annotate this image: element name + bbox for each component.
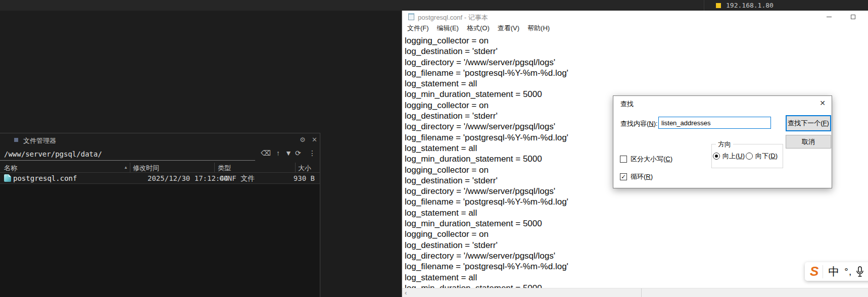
checkbox-checked-icon: ✓ (620, 173, 627, 180)
menu-item[interactable]: 文件(F) (403, 23, 433, 33)
refresh-icon[interactable]: ⟳ (295, 149, 301, 157)
remote-host-address: 192.168.1.80 (726, 2, 774, 9)
find-what-label: 查找内容(N): (620, 119, 658, 128)
column-divider (214, 163, 215, 172)
direction-down-radio[interactable]: 向下(D) (746, 152, 778, 161)
config-line: logging_collector = on (405, 36, 868, 46)
wrap-around-checkbox[interactable]: ✓ 循环(R) (620, 172, 653, 181)
ime-toolbar: S 中 °, (805, 262, 868, 281)
ime-punctuation-toggle[interactable]: °, (842, 266, 854, 277)
config-line: log_directory = '/www/server/pgsql/logs' (405, 251, 868, 262)
microphone-icon[interactable] (855, 266, 865, 278)
file-manager-header: 文件管理器 ⚙ ✕ (0, 133, 320, 147)
connection-status-icon (716, 3, 721, 8)
maximize-button[interactable] (841, 11, 864, 23)
screen: 192.168.1.80 postgresql.conf - 记事本 文件(F)… (0, 0, 868, 297)
config-line: log_min_duration_statement = 5000 (405, 219, 868, 229)
file-size: 930 B (294, 174, 315, 182)
column-name[interactable]: 名称 (4, 164, 17, 173)
menu-item[interactable]: 帮助(H) (523, 23, 554, 33)
cancel-button[interactable]: 取消 (786, 135, 831, 148)
scroll-left-icon[interactable]: ‹ (405, 289, 407, 296)
minimize-icon (827, 17, 832, 17)
direction-down-label: 向下(D) (755, 152, 778, 161)
minimize-button[interactable] (817, 11, 841, 23)
column-divider (130, 163, 130, 172)
radio-unselected-icon (746, 153, 753, 160)
notepad-titlebar[interactable]: postgresql.conf - 记事本 (402, 11, 868, 23)
wrap-around-label: 循环(R) (631, 172, 653, 181)
config-line: log_filename = 'postgresql-%Y-%m-%d.log' (405, 262, 868, 272)
gear-icon[interactable]: ⚙ (300, 136, 306, 143)
horizontal-scrollbar[interactable]: ‹ (402, 288, 868, 297)
current-path[interactable]: /www/server/pgsql/data/ (4, 150, 102, 158)
file-manager-panel: 文件管理器 ⚙ ✕ /www/server/pgsql/data/ ⌫ ↑ ▼ … (0, 133, 320, 297)
remote-host-indicator: 192.168.1.80 (716, 0, 774, 11)
close-icon[interactable]: ✕ (814, 97, 831, 109)
chevron-down-icon[interactable]: ▼ (285, 149, 292, 157)
up-directory-icon[interactable]: ↑ (276, 149, 280, 157)
ime-language-toggle[interactable]: 中 (823, 264, 842, 279)
find-input[interactable] (658, 117, 771, 129)
config-line: log_statement = all (405, 79, 868, 89)
direction-up-radio[interactable]: 向上(U) (713, 152, 745, 161)
radio-selected-icon (713, 153, 720, 160)
table-row[interactable]: postgresql.conf 2025/12/30 17:12:44 CONF… (0, 173, 320, 184)
config-line: log_filename = 'postgresql-%Y-%m-%d.log' (405, 68, 868, 79)
path-underline (0, 160, 255, 161)
config-line: log_destination = 'stderr' (405, 46, 868, 57)
menu-item[interactable]: 查看(V) (494, 23, 523, 33)
conf-file-icon (4, 174, 11, 182)
config-line: logging_collector = on (405, 229, 868, 240)
find-next-button[interactable]: 查找下一个(F) (786, 115, 831, 131)
checkbox-unchecked-icon (620, 156, 627, 163)
panel-bullet-icon (14, 138, 18, 142)
config-line: log_filename = 'postgresql-%Y-%m-%d.log' (405, 197, 868, 208)
close-icon[interactable]: ✕ (312, 136, 317, 143)
clear-path-icon[interactable]: ⌫ (261, 149, 271, 157)
file-type: CONF 文件 (219, 174, 255, 183)
file-table-header: 名称 ▲ 修改时间 类型 大小 (0, 162, 320, 173)
panel-title: 文件管理器 (23, 136, 56, 145)
column-mtime[interactable]: 修改时间 (133, 164, 159, 173)
find-dialog-title[interactable]: 查找 (620, 100, 634, 109)
more-options-icon[interactable]: ⋮ (309, 149, 316, 157)
column-divider (295, 163, 296, 172)
topbar-divider (704, 0, 704, 11)
match-case-checkbox[interactable]: 区分大小写(C) (620, 155, 672, 164)
remote-status-bar: 192.168.1.80 (0, 0, 868, 11)
config-line: log_directory = '/www/server/pgsql/logs' (405, 58, 868, 68)
notepad-window-title: postgresql.conf - 记事本 (418, 13, 488, 22)
scrollbar-divider (641, 288, 642, 297)
maximize-icon (851, 15, 855, 19)
config-line: log_min_duration_statement = 5000 (405, 283, 868, 288)
file-name[interactable]: postgresql.conf (13, 174, 77, 182)
notepad-app-icon (408, 13, 414, 20)
path-bar: /www/server/pgsql/data/ ⌫ ↑ ▼ ⟳ ⋮ (0, 148, 320, 161)
sogou-logo-icon[interactable]: S (805, 264, 823, 279)
file-list-empty-area (0, 184, 320, 297)
direction-label: 方向 (716, 140, 733, 149)
direction-up-label: 向上(U) (722, 152, 745, 161)
find-dialog: 查找 ✕ 查找内容(N): 查找下一个(F) 取消 方向 向上(U) 向下(D)… (613, 95, 832, 188)
notepad-menubar: 文件(F)编辑(E)格式(O)查看(V)帮助(H) (403, 23, 554, 33)
match-case-label: 区分大小写(C) (631, 155, 672, 164)
column-type[interactable]: 类型 (218, 164, 231, 173)
config-line: log_destination = 'stderr' (405, 240, 868, 251)
config-line: log_statement = all (405, 273, 868, 283)
sort-ascending-icon[interactable]: ▲ (124, 165, 128, 170)
config-line: log_statement = all (405, 208, 868, 219)
menu-item[interactable]: 编辑(E) (433, 23, 463, 33)
file-mtime: 2025/12/30 17:12:44 (148, 174, 228, 182)
menu-item[interactable]: 格式(O) (463, 23, 494, 33)
column-size[interactable]: 大小 (298, 164, 311, 173)
